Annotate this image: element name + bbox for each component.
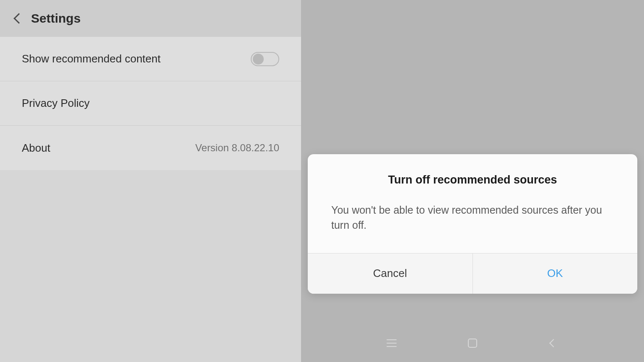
row-privacy-policy[interactable]: Privacy Policy	[0, 81, 301, 126]
dialog-message: You won't be able to view recommended so…	[331, 202, 614, 233]
ok-button[interactable]: OK	[473, 253, 638, 294]
navigation-bar	[301, 324, 644, 362]
settings-list: Show recommended content Privacy Policy …	[0, 37, 301, 170]
settings-panel: Settings Show recommended content Privac…	[0, 0, 301, 362]
dialog-title: Turn off recommended sources	[331, 173, 614, 186]
row-label: Privacy Policy	[22, 97, 90, 110]
row-label: About	[22, 142, 50, 155]
recent-apps-icon[interactable]	[386, 337, 397, 349]
toggle-recommended[interactable]	[251, 52, 279, 66]
dialog-buttons: Cancel OK	[308, 253, 637, 294]
header-bar: Settings	[0, 0, 301, 37]
dialog-content: Turn off recommended sources You won't b…	[308, 154, 637, 253]
row-label: Show recommended content	[22, 52, 161, 65]
page-title: Settings	[31, 11, 80, 26]
cancel-button[interactable]: Cancel	[308, 253, 473, 294]
row-about[interactable]: About Version 8.08.22.10	[0, 126, 301, 170]
confirmation-dialog: Turn off recommended sources You won't b…	[308, 154, 637, 294]
back-icon[interactable]	[13, 13, 24, 23]
toggle-knob	[253, 54, 264, 65]
row-recommended-content[interactable]: Show recommended content	[0, 37, 301, 81]
version-text: Version 8.08.22.10	[195, 142, 279, 154]
right-panel: Turn off recommended sources You won't b…	[301, 0, 644, 362]
back-nav-icon[interactable]	[548, 337, 559, 349]
home-icon[interactable]	[467, 337, 478, 349]
